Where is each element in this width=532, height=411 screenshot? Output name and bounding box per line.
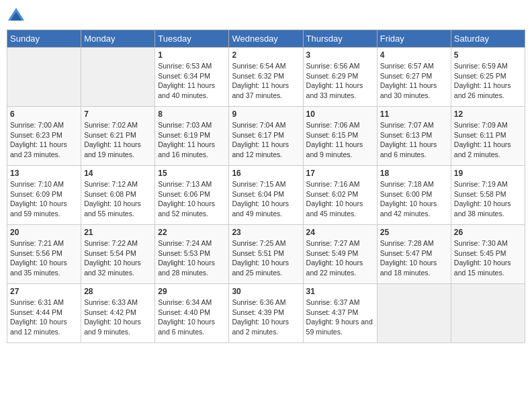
- day-number: 22: [158, 228, 226, 237]
- calendar-cell: 5 Sunrise: 6:59 AM Sunset: 6:25 PM Dayli…: [451, 48, 525, 107]
- header-day-friday: Friday: [377, 30, 451, 48]
- week-row-2: 6 Sunrise: 7:00 AM Sunset: 6:23 PM Dayli…: [7, 107, 525, 166]
- sunset-time: 6:29 PM: [332, 72, 358, 80]
- daylight-label: Daylight: 11 hours and 6 minutes.: [380, 140, 437, 158]
- sunset-label: Sunset:: [84, 131, 110, 139]
- day-number: 24: [306, 228, 374, 237]
- sunrise-time: 7:28 AM: [408, 239, 434, 247]
- day-number: 13: [10, 169, 78, 178]
- sunrise-time: 6:36 AM: [260, 298, 286, 306]
- sunset-label: Sunset:: [232, 308, 258, 316]
- calendar-cell: 10 Sunrise: 7:06 AM Sunset: 6:15 PM Dayl…: [303, 107, 377, 166]
- calendar-cell: 20 Sunrise: 7:21 AM Sunset: 5:56 PM Dayl…: [7, 225, 81, 284]
- daylight-label: Daylight: 11 hours and 40 minutes.: [158, 81, 215, 99]
- sunrise-time: 6:31 AM: [38, 298, 64, 306]
- sunset-time: 6:32 PM: [258, 72, 284, 80]
- daylight-label: Daylight: 10 hours and 9 minutes.: [84, 318, 141, 336]
- page-header: [7, 7, 525, 26]
- sunset-time: 4:37 PM: [332, 308, 358, 316]
- sunrise-label: Sunrise:: [232, 180, 259, 188]
- calendar-cell: 29 Sunrise: 6:34 AM Sunset: 4:40 PM Dayl…: [155, 284, 229, 343]
- day-data: Sunrise: 7:16 AM Sunset: 6:02 PM Dayligh…: [306, 179, 374, 219]
- sunset-time: 6:15 PM: [332, 131, 358, 139]
- sunrise-label: Sunrise:: [158, 62, 185, 70]
- calendar-cell: 6 Sunrise: 7:00 AM Sunset: 6:23 PM Dayli…: [7, 107, 81, 166]
- sunset-time: 6:09 PM: [36, 190, 62, 198]
- sunset-time: 5:47 PM: [406, 249, 432, 257]
- calendar-cell: 2 Sunrise: 6:54 AM Sunset: 6:32 PM Dayli…: [229, 48, 303, 107]
- daylight-label: Daylight: 10 hours and 12 minutes.: [10, 318, 67, 336]
- sunrise-label: Sunrise:: [454, 239, 482, 247]
- sunrise-label: Sunrise:: [10, 239, 38, 247]
- daylight-label: Daylight: 10 hours and 45 minutes.: [306, 199, 363, 218]
- daylight-label: Daylight: 9 hours and 59 minutes.: [306, 318, 373, 336]
- calendar-cell: 12 Sunrise: 7:09 AM Sunset: 6:11 PM Dayl…: [451, 107, 525, 166]
- daylight-label: Daylight: 11 hours and 26 minutes.: [454, 81, 511, 99]
- day-data: Sunrise: 6:54 AM Sunset: 6:32 PM Dayligh…: [232, 61, 300, 101]
- sunrise-time: 7:07 AM: [408, 121, 434, 129]
- day-number: 12: [454, 109, 522, 119]
- header-day-wednesday: Wednesday: [229, 30, 303, 48]
- sunset-time: 6:02 PM: [332, 190, 358, 198]
- sunrise-time: 7:24 AM: [186, 239, 212, 247]
- sunrise-label: Sunrise:: [232, 62, 259, 70]
- sunset-label: Sunset:: [454, 131, 480, 139]
- day-number: 14: [84, 169, 152, 178]
- sunset-time: 6:27 PM: [406, 72, 432, 80]
- sunrise-label: Sunrise:: [380, 121, 408, 129]
- calendar-cell: 4 Sunrise: 6:57 AM Sunset: 6:27 PM Dayli…: [377, 48, 451, 107]
- sunset-label: Sunset:: [454, 190, 480, 198]
- sunrise-label: Sunrise:: [306, 180, 334, 188]
- sunrise-label: Sunrise:: [84, 180, 112, 188]
- header-day-thursday: Thursday: [303, 30, 377, 48]
- sunrise-time: 7:22 AM: [112, 239, 138, 247]
- sunrise-time: 6:53 AM: [186, 62, 212, 70]
- calendar-cell: 26 Sunrise: 7:30 AM Sunset: 5:45 PM Dayl…: [451, 225, 525, 284]
- sunset-label: Sunset:: [10, 249, 36, 257]
- sunset-time: 6:00 PM: [406, 190, 432, 198]
- sunrise-time: 6:54 AM: [260, 62, 286, 70]
- day-data: Sunrise: 7:07 AM Sunset: 6:13 PM Dayligh…: [380, 120, 448, 160]
- sunrise-time: 7:13 AM: [186, 180, 212, 188]
- daylight-label: Daylight: 10 hours and 22 minutes.: [306, 259, 363, 277]
- day-data: Sunrise: 7:10 AM Sunset: 6:09 PM Dayligh…: [10, 179, 78, 219]
- sunrise-label: Sunrise:: [158, 121, 185, 129]
- calendar-cell: 14 Sunrise: 7:12 AM Sunset: 6:08 PM Dayl…: [81, 166, 155, 225]
- calendar-cell: [451, 284, 525, 343]
- daylight-label: Daylight: 11 hours and 2 minutes.: [454, 140, 511, 158]
- sunset-label: Sunset:: [380, 249, 406, 257]
- sunset-time: 6:23 PM: [36, 131, 62, 139]
- day-data: Sunrise: 6:34 AM Sunset: 4:40 PM Dayligh…: [158, 298, 226, 337]
- sunrise-time: 6:56 AM: [334, 62, 360, 70]
- day-data: Sunrise: 7:21 AM Sunset: 5:56 PM Dayligh…: [10, 238, 78, 278]
- sunrise-time: 7:09 AM: [482, 121, 508, 129]
- day-number: 9: [232, 109, 300, 119]
- calendar-cell: 21 Sunrise: 7:22 AM Sunset: 5:54 PM Dayl…: [81, 225, 155, 284]
- logo: [7, 7, 28, 26]
- day-data: Sunrise: 7:13 AM Sunset: 6:06 PM Dayligh…: [158, 179, 226, 219]
- calendar-cell: 31 Sunrise: 6:37 AM Sunset: 4:37 PM Dayl…: [303, 284, 377, 343]
- sunrise-time: 7:30 AM: [482, 239, 508, 247]
- sunset-time: 5:54 PM: [110, 249, 136, 257]
- sunrise-label: Sunrise:: [84, 239, 112, 247]
- sunrise-time: 6:59 AM: [482, 62, 508, 70]
- day-number: 25: [380, 228, 448, 237]
- day-data: Sunrise: 7:09 AM Sunset: 6:11 PM Dayligh…: [454, 120, 522, 160]
- day-number: 16: [232, 169, 300, 178]
- sunrise-time: 7:18 AM: [408, 180, 434, 188]
- day-data: Sunrise: 7:02 AM Sunset: 6:21 PM Dayligh…: [84, 120, 152, 160]
- calendar-cell: 18 Sunrise: 7:18 AM Sunset: 6:00 PM Dayl…: [377, 166, 451, 225]
- sunrise-time: 7:21 AM: [38, 239, 64, 247]
- day-number: 10: [306, 109, 374, 119]
- day-data: Sunrise: 7:03 AM Sunset: 6:19 PM Dayligh…: [158, 120, 226, 160]
- sunrise-time: 6:57 AM: [408, 62, 434, 70]
- sunset-time: 6:34 PM: [184, 72, 210, 80]
- sunset-time: 5:51 PM: [258, 249, 284, 257]
- daylight-label: Daylight: 10 hours and 52 minutes.: [158, 199, 215, 218]
- calendar-cell: 30 Sunrise: 6:36 AM Sunset: 4:39 PM Dayl…: [229, 284, 303, 343]
- calendar-cell: 24 Sunrise: 7:27 AM Sunset: 5:49 PM Dayl…: [303, 225, 377, 284]
- sunset-time: 6:19 PM: [184, 131, 210, 139]
- day-data: Sunrise: 6:56 AM Sunset: 6:29 PM Dayligh…: [306, 61, 374, 101]
- day-data: Sunrise: 7:06 AM Sunset: 6:15 PM Dayligh…: [306, 120, 374, 160]
- calendar-cell: 3 Sunrise: 6:56 AM Sunset: 6:29 PM Dayli…: [303, 48, 377, 107]
